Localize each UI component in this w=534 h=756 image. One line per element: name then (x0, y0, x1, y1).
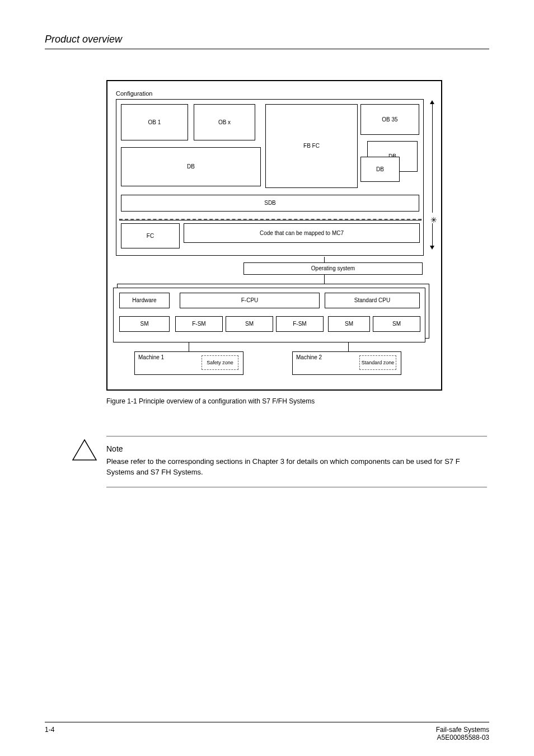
header-title: Product overview (45, 34, 489, 45)
ob1-box: OB 1 (121, 104, 188, 140)
system-diagram: Configuration OB 1 OB x DB FB FC OB 35 D… (106, 80, 442, 391)
hardware-front: Hardware F-CPU Standard CPU SM F-SM SM F… (113, 288, 425, 342)
opsys-box: Operating system (243, 262, 423, 275)
footer-doc-id: A5E00085588-03 (437, 734, 489, 741)
standard-zone-box: Standard zone (359, 355, 396, 370)
arrow-down-icon (430, 246, 434, 250)
sm-box-2: SM (226, 316, 273, 332)
sdb-box: SDB (121, 195, 419, 212)
sm-box-5: SM (373, 316, 420, 332)
config-label: Configuration (116, 90, 152, 97)
note-section: Note Please refer to the corresponding s… (106, 436, 487, 487)
machine1-label: Machine 1 (138, 354, 164, 360)
note-title: Note (106, 444, 487, 453)
footer-page-number: 1-4 (45, 726, 54, 734)
config-frame: OB 1 OB x DB FB FC OB 35 DB DB SDB FC Co… (116, 99, 424, 256)
page-header: Product overview (45, 34, 489, 49)
fc-box: FC (121, 223, 180, 248)
fcpu-box: F-CPU (180, 293, 320, 308)
machine2-box: Machine 2 Standard zone (292, 351, 401, 375)
arrow-shaft-bottom (432, 223, 433, 246)
figure-caption: Figure 1-1 Principle overview of a confi… (106, 397, 489, 405)
machine2-label: Machine 2 (296, 354, 322, 360)
safety-zone-box: Safety zone (202, 355, 238, 370)
footer-doc-title: Fail-safe Systems (436, 726, 489, 734)
sm-box-3: F-SM (276, 316, 324, 332)
sm-box-1: F-SM (175, 316, 223, 332)
arrow-shaft-top (432, 104, 433, 213)
arrow-separator-icon: ✳ (430, 215, 437, 224)
sm-box-0: SM (119, 316, 170, 332)
hw-label: Hardware (119, 293, 170, 308)
ob35-box: OB 35 (360, 104, 419, 135)
machine1-box: Machine 1 Safety zone (134, 351, 243, 375)
sm-box-4: SM (328, 316, 370, 332)
note-body: Please refer to the corresponding sectio… (106, 457, 487, 478)
connector-line (189, 342, 189, 351)
connector-line (324, 275, 325, 284)
page-footer: 1-4 Fail-safe Systems A5E00085588-03 (45, 722, 489, 734)
connector-line (348, 342, 349, 351)
fb-fc-box: FB FC (265, 104, 358, 188)
code-box: Code that can be mapped to MC7 (184, 223, 420, 243)
obx-box: OB x (194, 104, 255, 140)
dashed-divider (119, 219, 421, 220)
connector-line (324, 257, 325, 262)
stdcpu-box: Standard CPU (325, 293, 420, 308)
db2-box: DB (360, 157, 400, 182)
db1-box: DB (121, 147, 261, 186)
